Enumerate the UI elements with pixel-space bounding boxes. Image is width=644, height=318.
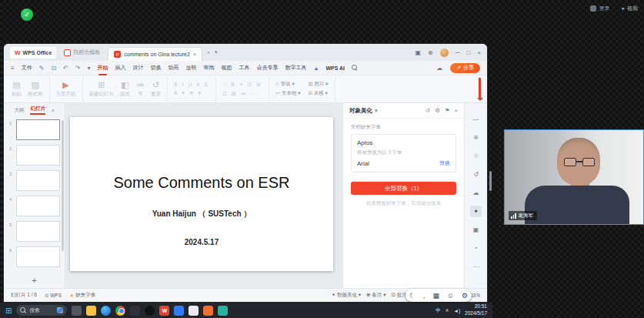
video-button[interactable]: ▸ 视频 — [622, 5, 638, 12]
taskbar-app-icon[interactable] — [174, 306, 184, 316]
taskbar-app-icon[interactable] — [189, 306, 199, 316]
window-edge-scrollbar[interactable] — [489, 171, 492, 191]
add-slide-button[interactable]: + — [32, 276, 36, 285]
indent-spacing-icons[interactable]: ⊡ ⊠ ≔ ⋯ — [222, 91, 262, 97]
close-window-button[interactable]: × — [477, 49, 481, 56]
taskbar-app-icon[interactable] — [101, 306, 111, 316]
tab-tools[interactable]: 工具 — [239, 64, 250, 72]
taskbar-app-icon[interactable] — [115, 306, 125, 316]
undo-icon[interactable]: ↶ — [63, 65, 68, 72]
tab-view[interactable]: 视图 — [222, 64, 232, 72]
taskbar-app-icon[interactable] — [130, 306, 140, 316]
slide-date[interactable]: 2024.5.17 — [70, 238, 333, 246]
applet-icon[interactable]: ▣ — [415, 49, 422, 56]
tab-animation[interactable]: 动画 — [169, 64, 179, 72]
play-from-current-button[interactable]: ▶ 当页开始 — [56, 81, 76, 98]
comments-button[interactable]: ⊡ 批注 — [391, 292, 406, 299]
slide-thumbnail[interactable] — [16, 145, 60, 166]
maximize-button[interactable]: □ — [466, 49, 470, 56]
reset-button[interactable]: ↺ 重置 — [151, 81, 161, 98]
hamburger-icon[interactable]: ≡ — [11, 65, 15, 72]
list-align-icons[interactable]: ∷ ≣ ≡ ⊟ ⊞ — [222, 82, 262, 88]
notes-button[interactable]: ≣ 备注 ▾ — [366, 292, 385, 299]
beautify-rail-icon[interactable]: ✦ — [470, 206, 482, 217]
replace-all-button[interactable]: 全部替换（1） — [351, 182, 456, 195]
tab-insert[interactable]: 插入 — [115, 64, 126, 72]
favorites-icon[interactable]: ☆ — [470, 150, 482, 162]
resource-rail-icon[interactable]: ▣ — [470, 224, 482, 236]
tab-digital-tools[interactable]: 数字工具 — [285, 64, 307, 72]
slide-thumbnail[interactable] — [16, 170, 60, 191]
new-tab-button[interactable]: + — [207, 50, 210, 55]
slide-title[interactable]: Some Comments on ESR — [70, 174, 333, 192]
night-mode-icon[interactable]: ☾ — [409, 292, 415, 300]
volume-icon[interactable]: ◄) — [453, 308, 460, 313]
redo-icon[interactable]: ↷ — [75, 65, 81, 72]
close-panel-icon[interactable]: × — [455, 107, 458, 114]
taskbar-app-icon[interactable] — [218, 306, 228, 316]
cloud-sync-icon[interactable]: ☁ — [436, 65, 442, 72]
template-tab[interactable]: 找稻壳模板 — [61, 49, 103, 56]
gear-icon[interactable]: ⚙ — [435, 107, 440, 114]
taskbar-app-icon[interactable]: W — [159, 306, 169, 316]
tab-transition[interactable]: 切换 — [151, 64, 162, 72]
slide-author[interactable]: Yuan Haijun （ SUSTech ） — [70, 209, 333, 219]
search-icon[interactable] — [352, 65, 358, 71]
tab-member[interactable]: 会员专享 — [257, 64, 279, 72]
panel-dropdown-icon[interactable]: ▾ — [375, 107, 378, 114]
font-style-icons[interactable]: B I U A S — [174, 82, 209, 87]
emoji-icon[interactable]: ☺ — [447, 292, 454, 300]
section-button[interactable]: ≔ 节 — [136, 81, 145, 98]
clock-rail-icon[interactable]: ◔ — [470, 243, 482, 254]
apps-grid-icon[interactable]: ▦ — [432, 292, 439, 300]
smart-beautify-button[interactable]: ✦ 智能美化 ▾ — [332, 292, 361, 299]
new-slide-button[interactable]: ⊞ 新建幻灯片 — [89, 81, 115, 98]
quickbar-dropdown-icon[interactable]: ▾ — [87, 65, 90, 72]
paste-button[interactable]: ▤ 粘贴 — [12, 81, 22, 98]
taskbar-clock[interactable]: 20:51 2024/5/17 — [465, 303, 487, 317]
document-tab[interactable]: P comments on Gina lecture2 × — [108, 47, 202, 61]
thumbnail-scrollbar[interactable] — [62, 120, 64, 251]
ime-language-indicator[interactable]: 中 — [435, 307, 441, 314]
login-button[interactable]: 登录 — [590, 5, 609, 12]
slide-thumbnail[interactable] — [16, 246, 60, 267]
save-icon[interactable]: ✎ — [39, 65, 45, 72]
taskbar-app-icon[interactable] — [72, 306, 82, 316]
tab-slideshow[interactable]: 放映 — [186, 64, 197, 72]
slide-thumbnail[interactable] — [16, 196, 60, 216]
taskbar-app-icon[interactable] — [86, 306, 96, 316]
pin-icon[interactable]: ⚑ — [445, 107, 450, 114]
history-icon[interactable]: ↺ — [425, 107, 430, 114]
format-painter-button[interactable]: ▨ 格式刷 — [28, 81, 43, 98]
table-button[interactable]: ⊞ 表格 ▾ — [308, 90, 328, 97]
close-tab-icon[interactable]: × — [193, 52, 196, 57]
meeting-app-icon[interactable]: ✓ — [21, 8, 33, 21]
account-avatar[interactable] — [440, 49, 449, 57]
tab-design[interactable]: 设计 — [133, 64, 144, 72]
picture-button[interactable]: ▧ 图片 ▾ — [308, 81, 328, 88]
collapse-rail-icon[interactable]: — — [470, 113, 482, 125]
annotate-icon[interactable]: , — [423, 292, 425, 300]
settings-gear-icon[interactable]: ⚙ — [462, 292, 468, 300]
floating-add-icon[interactable]: + — [475, 290, 479, 298]
print-icon[interactable]: ⊡ — [51, 65, 56, 72]
slide-thumbnail[interactable] — [16, 119, 60, 140]
current-slide[interactable]: Some Comments on ESR Yuan Haijun （ SUSTe… — [70, 117, 333, 271]
taskbar-app-icon[interactable] — [145, 306, 155, 316]
missing-fonts-warning[interactable]: ▲ 缺失字体 — [69, 292, 95, 299]
slides-tab[interactable]: 幻灯片 — [30, 105, 45, 115]
hidden-icons-caret[interactable]: ∧ — [445, 307, 449, 313]
replace-link[interactable]: 替换 — [439, 159, 450, 167]
wps-home-button[interactable]: W WPS Office — [10, 47, 56, 59]
font-color-icons[interactable]: A ▾ ≋ ▾ — [174, 90, 209, 96]
outline-tab[interactable]: 大纲 — [14, 107, 24, 114]
tab-list-dropdown[interactable]: ▾ — [215, 49, 218, 55]
wps-ai-button[interactable]: WPS AI — [325, 65, 345, 71]
globe-icon[interactable]: ⊕ — [428, 49, 433, 56]
taskbar-search[interactable]: 搜索 — [16, 305, 67, 316]
more-rail-icon[interactable]: ⋯ — [470, 261, 482, 273]
history-rail-icon[interactable]: ↺ — [470, 169, 482, 180]
file-menu[interactable]: 文件 — [22, 64, 32, 72]
tab-review[interactable]: 审阅 — [204, 64, 215, 72]
slide-thumbnail[interactable] — [16, 221, 60, 242]
